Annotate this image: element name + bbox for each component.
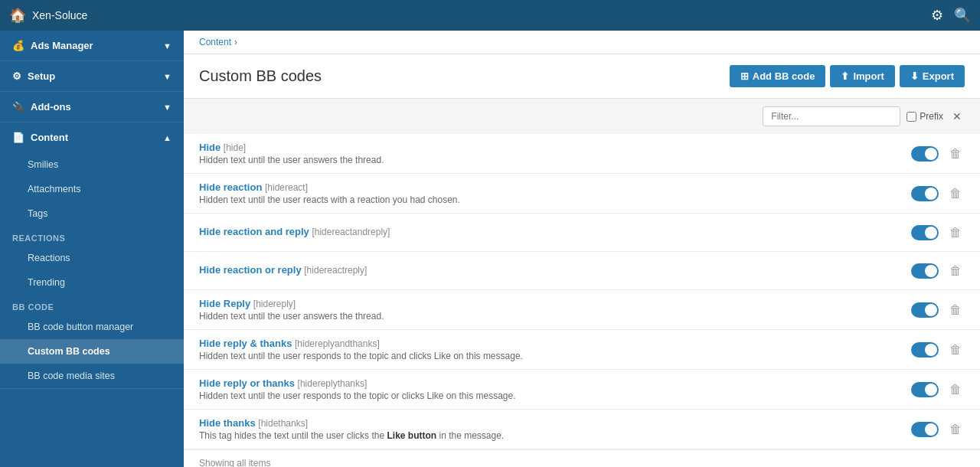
bb-code-title-hidereact[interactable]: Hide reaction	[199, 181, 262, 193]
bb-code-title-hidereplythanks[interactable]: Hide reply or thanks	[199, 377, 295, 389]
sidebar-section-content: 📄 Content ▲ Smilies Attachments Tags Rea…	[0, 122, 184, 389]
sidebar-header-addons[interactable]: 🔌 Add-ons ▼	[0, 92, 184, 122]
sidebar-item-custom-bb-codes[interactable]: Custom BB codes	[0, 339, 184, 364]
sidebar-header-ads-manager[interactable]: 💰 Ads Manager ▼	[0, 31, 184, 60]
breadcrumb: Content ›	[184, 31, 980, 54]
content-area: Content › Custom BB codes ⊞ Add BB code …	[184, 31, 980, 467]
prefix-label: Prefix	[920, 111, 943, 122]
sidebar-section-setup: ⚙ Setup ▼	[0, 61, 184, 92]
delete-hidereplythanks[interactable]: 🗑	[946, 380, 965, 400]
delete-hidereactandreply[interactable]: 🗑	[946, 223, 965, 243]
prefix-checkbox-input[interactable]	[906, 112, 916, 122]
header-buttons: ⊞ Add BB code ⬆ Import ⬇ Export	[730, 65, 965, 87]
add-icon: ⊞	[740, 70, 749, 82]
table-row: Hide [hide] Hidden text until the user a…	[184, 134, 980, 174]
home-icon[interactable]: 🏠	[9, 7, 26, 24]
content-icon: 📄	[12, 132, 24, 143]
toggle-hidereactandreply[interactable]	[911, 225, 939, 240]
bb-code-tag-hidereply: [hidereply]	[253, 299, 296, 309]
table-row: Hide reaction [hidereact] Hidden text un…	[184, 174, 980, 214]
sidebar: 💰 Ads Manager ▼ ⚙ Setup ▼ 🔌 Add-ons	[0, 31, 184, 467]
sidebar-item-trending[interactable]: Trending	[0, 270, 184, 295]
bb-code-desc-hide: Hidden text until the user answers the t…	[199, 155, 911, 165]
table-row: Hide reaction or reply [hidereactreply] …	[184, 252, 980, 290]
search-icon[interactable]: 🔍	[954, 7, 971, 24]
addons-icon: 🔌	[12, 101, 24, 113]
bb-code-desc-hidereply: Hidden text until the user answers the t…	[199, 311, 911, 322]
bb-code-title-hidereply[interactable]: Hide Reply	[199, 298, 250, 309]
delete-hidereply[interactable]: 🗑	[946, 300, 965, 320]
clear-filter-button[interactable]: ✕	[949, 109, 965, 124]
bb-code-title-hidethanks[interactable]: Hide thanks	[199, 417, 256, 429]
ads-manager-label: Ads Manager	[31, 40, 93, 51]
bb-code-tag-hidethanks: [hidethanks]	[258, 418, 308, 429]
bb-code-desc-hidethanks: This tag hides the text until the user c…	[199, 430, 911, 441]
sidebar-item-attachments[interactable]: Attachments	[0, 177, 184, 201]
page-header: Custom BB codes ⊞ Add BB code ⬆ Import ⬇…	[184, 54, 980, 99]
table-row: Hide Reply [hidereply] Hidden text until…	[184, 290, 980, 330]
addons-label: Add-ons	[31, 101, 71, 113]
top-nav: 🏠 Xen-Soluce ⚙ 🔍	[0, 0, 980, 31]
content-chevron: ▲	[163, 133, 172, 142]
sidebar-item-tags[interactable]: Tags	[0, 201, 184, 226]
toggle-hide[interactable]	[911, 146, 939, 162]
sidebar-header-content[interactable]: 📄 Content ▲	[0, 122, 184, 152]
bb-code-tag-hidereactreply: [hidereactreply]	[304, 265, 367, 276]
sidebar-header-setup[interactable]: ⚙ Setup ▼	[0, 61, 184, 91]
sidebar-item-smilies[interactable]: Smilies	[0, 152, 184, 177]
content-label: Content	[31, 132, 68, 143]
ads-manager-chevron: ▼	[163, 41, 172, 51]
sidebar-section-addons: 🔌 Add-ons ▼	[0, 92, 184, 122]
table-row: Hide reply or thanks [hidereplythanks] H…	[184, 370, 980, 410]
table-row: Hide reply & thanks [hidereplyandthanks]…	[184, 330, 980, 370]
bb-code-title-hidereactandreply[interactable]: Hide reaction and reply	[199, 226, 309, 237]
bb-code-tag-hide: [hide]	[224, 142, 246, 153]
export-button[interactable]: ⬇ Export	[900, 65, 965, 87]
top-nav-right: ⚙ 🔍	[931, 7, 971, 24]
delete-hidereactreply[interactable]: 🗑	[946, 261, 965, 281]
top-nav-left: 🏠 Xen-Soluce	[9, 7, 87, 24]
setup-chevron: ▼	[163, 72, 172, 81]
list-footer: Showing all items	[184, 449, 980, 467]
setup-icon: ⚙	[12, 70, 21, 82]
sidebar-section-ads: 💰 Ads Manager ▼	[0, 31, 184, 61]
import-button[interactable]: ⬆ Import	[830, 65, 894, 87]
toggle-hidereactreply[interactable]	[911, 263, 939, 279]
bb-code-title-hide[interactable]: Hide	[199, 142, 220, 153]
table-row: Hide reaction and reply [hidereactandrep…	[184, 214, 980, 252]
setup-label: Setup	[28, 70, 55, 82]
breadcrumb-parent[interactable]: Content	[199, 37, 231, 47]
table-row: Hide thanks [hidethanks] This tag hides …	[184, 410, 980, 449]
bb-code-title-hidereactreply[interactable]: Hide reaction or reply	[199, 264, 302, 276]
bb-code-title-hidereplyandthanks[interactable]: Hide reply & thanks	[199, 338, 292, 349]
bbcode-group-label: BB code	[0, 295, 184, 315]
site-name: Xen-Soluce	[32, 9, 87, 21]
delete-hide[interactable]: 🗑	[946, 144, 965, 164]
toggle-hidereplythanks[interactable]	[911, 382, 939, 397]
bb-code-desc-hidereplyandthanks: Hidden text until the user responds to t…	[199, 351, 911, 361]
bb-codes-list: Hide [hide] Hidden text until the user a…	[184, 134, 980, 467]
bb-code-tag-hidereact: [hidereact]	[265, 182, 308, 193]
showing-label: Showing all items	[199, 458, 270, 467]
toggle-hidereplyandthanks[interactable]	[911, 342, 939, 358]
toggle-hidereact[interactable]	[911, 186, 939, 201]
toggle-hidereply[interactable]	[911, 302, 939, 318]
delete-hidethanks[interactable]: 🗑	[946, 420, 965, 439]
sidebar-item-reactions[interactable]: Reactions	[0, 246, 184, 270]
filter-bar: Prefix ✕	[184, 99, 980, 134]
filter-input[interactable]	[763, 106, 900, 126]
toggle-hidethanks[interactable]	[911, 422, 939, 437]
bb-code-desc-hidereact: Hidden text until the user reacts with a…	[199, 194, 911, 205]
delete-hidereact[interactable]: 🗑	[946, 184, 965, 204]
sidebar-item-bbcode-button-manager[interactable]: BB code button manager	[0, 315, 184, 339]
settings-icon[interactable]: ⚙	[931, 7, 943, 24]
import-icon: ⬆	[841, 70, 849, 82]
page-title: Custom BB codes	[199, 67, 322, 85]
bb-code-tag-hidereactandreply: [hidereactandreply]	[312, 227, 390, 237]
reactions-group-label: Reactions	[0, 226, 184, 246]
delete-hidereplyandthanks[interactable]: 🗑	[946, 340, 965, 360]
prefix-checkbox[interactable]: Prefix	[906, 111, 943, 122]
sidebar-item-bbcode-media-sites[interactable]: BB code media sites	[0, 364, 184, 388]
add-bb-code-button[interactable]: ⊞ Add BB code	[730, 65, 826, 87]
bb-code-tag-hidereplyandthanks: [hidereplyandthanks]	[295, 338, 380, 349]
